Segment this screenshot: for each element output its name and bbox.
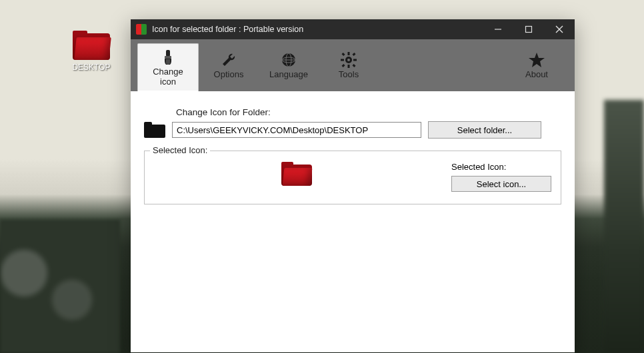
window-title: Icon for selected folder : Portable vers… <box>152 25 303 34</box>
wallpaper-right <box>604 100 644 353</box>
titlebar[interactable]: Icon for selected folder : Portable vers… <box>131 19 575 39</box>
tab-about[interactable]: About <box>507 39 567 91</box>
svg-rect-16 <box>341 59 344 61</box>
tab-change-label-2: icon <box>160 77 176 87</box>
toolbar: Change icon Options Language <box>131 39 575 91</box>
brush-icon <box>159 49 177 66</box>
svg-rect-19 <box>353 53 356 56</box>
selected-icon-label: Selected Icon: <box>451 162 551 172</box>
svg-rect-1 <box>526 27 532 33</box>
tab-change-label-1: Change <box>153 67 183 77</box>
svg-rect-4 <box>166 50 170 57</box>
star-icon <box>528 51 545 69</box>
tab-options[interactable]: Options <box>199 39 259 91</box>
selected-folder-icon <box>281 162 312 186</box>
svg-marker-23 <box>529 53 545 67</box>
svg-rect-21 <box>353 64 356 67</box>
minimize-button[interactable] <box>483 19 513 39</box>
svg-rect-14 <box>348 52 350 55</box>
svg-rect-5 <box>165 56 171 59</box>
app-icon <box>136 24 147 35</box>
desktop-folder-label: DESKTOP <box>65 63 117 72</box>
desktop-folder-shortcut[interactable]: DESKTOP <box>65 31 117 72</box>
gear-icon <box>340 51 357 69</box>
tab-language[interactable]: Language <box>259 39 319 91</box>
maximize-button[interactable] <box>513 19 544 39</box>
svg-rect-17 <box>353 59 357 61</box>
close-button[interactable] <box>544 19 575 39</box>
globe-icon <box>280 51 297 69</box>
select-icon-button[interactable]: Select icon... <box>451 176 551 192</box>
folder-red-icon <box>73 31 110 60</box>
svg-rect-15 <box>348 65 350 68</box>
group-title: Selected Icon: <box>150 145 210 155</box>
tab-tools[interactable]: Tools <box>319 39 379 91</box>
tab-change-icon[interactable]: Change icon <box>137 43 199 91</box>
change-icon-label: Change Icon for Folder: <box>176 107 561 117</box>
tab-options-label: Options <box>214 70 244 79</box>
wrench-icon <box>220 51 237 69</box>
content-area: Change Icon for Folder: Select folder...… <box>131 91 575 352</box>
tab-tools-label: Tools <box>339 70 359 79</box>
tab-language-label: Language <box>269 70 308 79</box>
svg-rect-20 <box>342 64 345 67</box>
app-window: Icon for selected folder : Portable vers… <box>131 19 575 352</box>
select-folder-button[interactable]: Select folder... <box>428 121 541 139</box>
svg-rect-18 <box>342 53 345 56</box>
folder-black-icon <box>144 122 165 138</box>
selected-icon-group: Selected Icon: Selected Icon: Select ico… <box>144 151 561 204</box>
folder-path-input[interactable] <box>172 122 421 138</box>
wallpaper-trees <box>0 220 120 353</box>
svg-point-22 <box>347 59 350 61</box>
tab-about-label: About <box>525 70 548 79</box>
